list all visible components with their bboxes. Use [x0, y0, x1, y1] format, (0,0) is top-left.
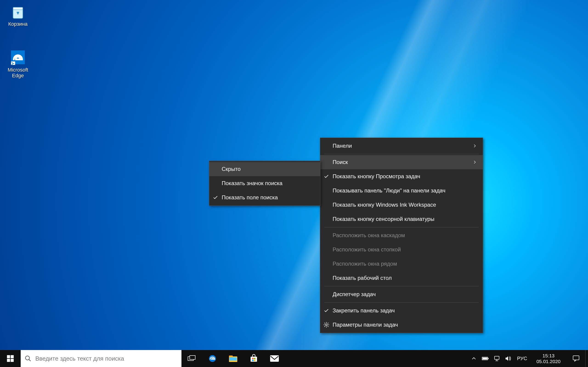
- taskbar-menu-item-label: Показать рабочий стол: [333, 275, 468, 281]
- taskbar-menu-item-label: Поиск: [333, 159, 468, 165]
- search-submenu-item[interactable]: Показать поле поиска: [209, 190, 320, 205]
- desktop-icon-label: Microsoft Edge: [8, 67, 28, 79]
- language-indicator[interactable]: РУС: [514, 350, 530, 367]
- taskbar-menu-item-label: Панели: [333, 143, 468, 149]
- svg-line-12: [328, 323, 328, 323]
- taskbar-menu-item[interactable]: Поиск: [320, 155, 483, 169]
- taskbar-menu-item-label: Расположить окна стопкой: [333, 246, 468, 253]
- taskbar-context-menu: ПанелиПоискПоказать кнопку Просмотра зад…: [320, 138, 483, 333]
- svg-rect-16: [10, 359, 14, 362]
- svg-line-9: [324, 323, 325, 323]
- search-submenu-item[interactable]: Показать значок поиска: [209, 176, 320, 190]
- network-icon: [493, 356, 500, 361]
- svg-line-11: [324, 326, 325, 327]
- svg-rect-14: [10, 355, 14, 358]
- taskbar-menu-separator: [324, 154, 479, 154]
- taskbar-menu-item-label: Расположить окна рядом: [333, 261, 468, 267]
- taskbar-menu-item-label: Показать кнопку Windows Ink Workspace: [333, 202, 468, 208]
- search-submenu-item-label: Скрыто: [222, 166, 305, 172]
- battery-icon: [482, 356, 489, 361]
- desktop[interactable]: Корзина Microsoft Edge ПанелиПоискПоказа…: [0, 0, 588, 367]
- show-desktop-button[interactable]: [585, 350, 588, 367]
- desktop-icon-recycle-bin[interactable]: Корзина: [2, 2, 34, 27]
- taskbar-menu-item[interactable]: Закрепить панель задач: [320, 303, 483, 318]
- task-view-icon: [188, 355, 196, 362]
- clock-date: 05.01.2020: [536, 359, 561, 364]
- taskbar-right: РУС 15:13 05.01.2020: [468, 350, 588, 367]
- taskbar-menu-item[interactable]: Показать кнопку Windows Ink Workspace: [320, 198, 483, 212]
- taskbar-menu-item[interactable]: Параметры панели задач: [320, 318, 483, 332]
- desktop-icon-label: Корзина: [8, 21, 27, 27]
- taskbar-menu-item-label: Показать кнопку Просмотра задач: [333, 173, 468, 180]
- task-view-button[interactable]: [182, 350, 202, 367]
- svg-rect-23: [229, 356, 233, 357]
- search-input[interactable]: [35, 355, 182, 362]
- chevron-right-icon: [468, 144, 477, 148]
- svg-rect-20: [190, 356, 195, 359]
- notification-icon: [572, 355, 580, 362]
- microsoft-store-icon: [249, 354, 258, 363]
- taskbar-app-explorer[interactable]: [223, 350, 243, 367]
- taskbar-menu-item: Расположить окна каскадом: [320, 228, 483, 242]
- tray-volume[interactable]: [502, 350, 514, 367]
- svg-line-18: [29, 359, 31, 361]
- edge-icon: [9, 48, 27, 67]
- taskbar-app-mail[interactable]: [264, 350, 285, 367]
- svg-rect-15: [7, 359, 10, 362]
- taskbar-menu-item[interactable]: Диспетчер задач: [320, 287, 483, 301]
- taskbar-menu-item-label: Показать кнопку сенсорной клавиатуры: [333, 216, 468, 222]
- check-icon: [320, 308, 333, 313]
- start-button[interactable]: [0, 350, 21, 367]
- svg-rect-24: [229, 357, 237, 361]
- search-submenu-item-label: Показать поле поиска: [222, 194, 305, 201]
- edge-icon: [208, 354, 217, 363]
- file-explorer-icon: [229, 354, 238, 363]
- svg-rect-25: [251, 357, 257, 362]
- taskbar-app-store[interactable]: [243, 350, 264, 367]
- tray-chevron-up[interactable]: [468, 350, 480, 367]
- svg-rect-1: [13, 7, 23, 10]
- svg-point-4: [326, 324, 327, 326]
- taskbar-menu-item-label: Диспетчер задач: [333, 291, 468, 298]
- search-submenu: СкрытоПоказать значок поискаПоказать пол…: [209, 161, 320, 206]
- taskbar-menu-item[interactable]: Показать кнопку сенсорной клавиатуры: [320, 212, 483, 226]
- taskbar-menu-item-label: Расположить окна каскадом: [333, 232, 468, 239]
- taskbar-menu-item[interactable]: Показать рабочий стол: [320, 271, 483, 285]
- taskbar-app-edge[interactable]: [202, 350, 223, 367]
- volume-icon: [505, 356, 511, 361]
- tray-battery[interactable]: [480, 350, 491, 367]
- svg-rect-28: [252, 360, 254, 361]
- system-tray: [468, 350, 514, 367]
- mail-icon: [270, 355, 279, 362]
- taskbar-search[interactable]: [21, 350, 182, 367]
- search-submenu-item-label: Показать значок поиска: [222, 180, 305, 186]
- svg-rect-29: [254, 360, 255, 361]
- gear-icon: [320, 322, 333, 328]
- recycle-bin-icon: [9, 2, 27, 21]
- taskbar-menu-item: Расположить окна стопкой: [320, 242, 483, 257]
- svg-rect-33: [483, 358, 487, 359]
- svg-rect-13: [7, 355, 10, 358]
- chevron-up-icon: [471, 356, 477, 361]
- taskbar-menu-separator: [324, 286, 479, 286]
- search-icon: [21, 355, 35, 362]
- taskbar-menu-item: Расположить окна рядом: [320, 257, 483, 271]
- desktop-icon-edge[interactable]: Microsoft Edge: [2, 48, 34, 79]
- search-submenu-item[interactable]: Скрыто: [209, 162, 320, 176]
- svg-rect-27: [254, 358, 255, 359]
- svg-rect-32: [488, 358, 489, 359]
- taskbar-menu-item[interactable]: Показать кнопку Просмотра задач: [320, 169, 483, 184]
- chevron-right-icon: [468, 160, 477, 164]
- svg-line-10: [328, 326, 328, 327]
- taskbar-menu-item-label: Параметры панели задач: [333, 322, 468, 328]
- svg-rect-30: [270, 355, 279, 362]
- taskbar-menu-item[interactable]: Показывать панель "Люди" на панели задач: [320, 184, 483, 198]
- windows-logo-icon: [7, 355, 14, 362]
- tray-network[interactable]: [491, 350, 502, 367]
- taskbar-menu-item[interactable]: Панели: [320, 139, 483, 153]
- svg-rect-26: [252, 358, 254, 359]
- taskbar-menu-item-label: Закрепить панель задач: [333, 307, 468, 314]
- action-center-button[interactable]: [567, 350, 585, 367]
- svg-rect-37: [573, 356, 579, 360]
- taskbar-clock[interactable]: 15:13 05.01.2020: [530, 350, 567, 367]
